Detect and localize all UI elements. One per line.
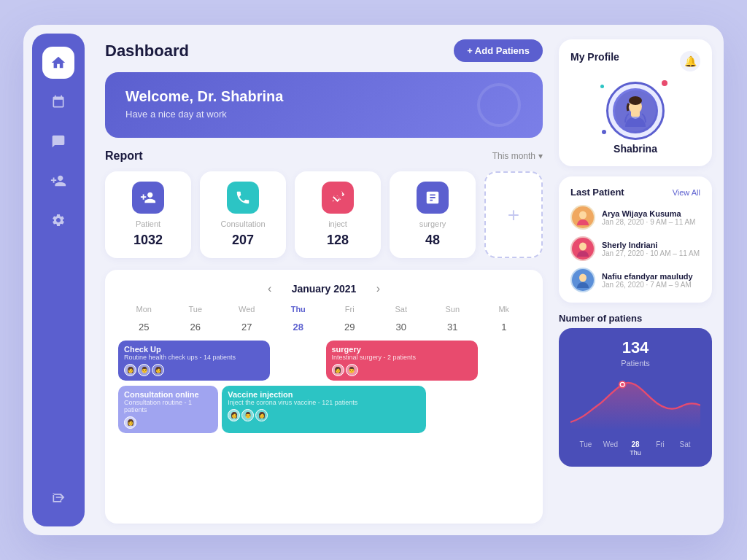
- svg-point-11: [621, 383, 624, 386]
- consultation-icon: [227, 182, 259, 214]
- event-checkup-avatar-1: 👩: [124, 364, 136, 376]
- view-all-button[interactable]: View All: [673, 188, 700, 197]
- profile-dot-blue: [602, 130, 606, 134]
- patient-name-1: Arya Wijaya Kusuma: [602, 209, 700, 218]
- chart-x-labels: Tue Wed 28Thu Fri Sat: [570, 440, 700, 456]
- page-title: Dashboard: [105, 42, 189, 61]
- event-consultation[interactable]: Consultation online Consultation routine…: [118, 386, 218, 433]
- chart-label-tue: Tue: [573, 440, 598, 456]
- inject-label: inject: [328, 219, 347, 228]
- app-container: Dashboard + Add Patiens Welcome, Dr. Sha…: [23, 25, 724, 535]
- patient-name-3: Nafiu efandyar mauludy: [602, 272, 700, 281]
- patient-label: Patient: [136, 219, 160, 228]
- profile-avatar: [613, 88, 658, 133]
- event-consultation-avatar-1: 👩: [124, 416, 136, 429]
- patient-time-1: Jan 28, 2020 · 9 AM – 11 AM: [602, 218, 700, 226]
- welcome-name: Dr. Shabrina: [198, 88, 284, 104]
- chart-label-sat: Sat: [673, 440, 697, 456]
- add-card-icon: +: [508, 203, 519, 227]
- event-vaccine-avatar-3: 👩: [255, 409, 268, 421]
- chart-big-label: Patients: [570, 359, 700, 368]
- sidebar-item-messages[interactable]: [42, 125, 74, 158]
- event-surgery-sub: Intestinal surgery - 2 patients: [332, 354, 472, 361]
- profile-dot-teal: [600, 85, 604, 88]
- event-checkup-avatar-2: 👨: [138, 364, 150, 376]
- svg-rect-2: [631, 111, 640, 117]
- main-content: Dashboard + Add Patiens Welcome, Dr. Sha…: [93, 25, 556, 535]
- banner-decoration: [477, 83, 521, 127]
- surgery-icon: [417, 182, 449, 214]
- day-wed: Wed: [221, 305, 273, 314]
- event-surgery[interactable]: surgery Intestinal surgery - 2 patients …: [326, 341, 478, 381]
- header: Dashboard + Add Patiens: [105, 39, 543, 62]
- welcome-subtitle: Have a nice day at work: [125, 109, 522, 120]
- add-report-card-button[interactable]: +: [484, 171, 543, 258]
- add-patient-button[interactable]: + Add Patiens: [454, 39, 543, 62]
- event-vaccine-sub: Inject the corona virus vaccine - 121 pa…: [228, 399, 420, 406]
- day-sat: Sat: [376, 305, 427, 314]
- date-27: 27: [221, 319, 273, 335]
- day-fri: Fri: [324, 305, 376, 314]
- report-cards: Patient 1032 Consultation 207 inject 128: [105, 171, 543, 258]
- event-checkup-avatar-3: 👩: [152, 364, 164, 376]
- svg-point-7: [579, 243, 587, 251]
- chart-section-wrapper: Number of patiens 134 Patients: [559, 313, 712, 467]
- report-card-patient: Patient 1032: [105, 171, 191, 258]
- chart-section: 134 Patients Tue Wed: [559, 328, 712, 467]
- event-checkup-title: Check Up: [124, 345, 264, 354]
- day-thu: Thu: [273, 305, 325, 314]
- event-surgery-title: surgery: [332, 345, 472, 354]
- profile-title: My Profile: [570, 51, 619, 71]
- bell-button[interactable]: 🔔: [680, 51, 700, 71]
- chart-label-thu: 28Thu: [623, 440, 648, 456]
- cal-spacer-1: [274, 341, 322, 381]
- date-29: 29: [324, 319, 376, 335]
- sidebar-item-calendar[interactable]: [42, 86, 74, 118]
- month-label: This month: [492, 151, 535, 161]
- profile-dot-red: [662, 80, 667, 86]
- calendar-prev-button[interactable]: ‹: [261, 280, 279, 298]
- inject-icon: [322, 182, 354, 214]
- day-sun: Sun: [427, 305, 479, 314]
- event-vaccine-avatar-2: 👨: [241, 409, 254, 421]
- report-card-surgery: surgery 48: [390, 171, 476, 258]
- event-consultation-title: Consultation online: [124, 390, 212, 399]
- report-card-consultation: Consultation 207: [200, 171, 286, 258]
- event-vaccine[interactable]: Vaccine injection Inject the corona viru…: [222, 386, 426, 433]
- profile-card: My Profile 🔔: [559, 39, 712, 166]
- day-tue: Tue: [170, 305, 222, 314]
- event-consultation-sub: Consultation routine - 1 patients: [124, 399, 212, 413]
- report-card-inject: inject 128: [295, 171, 381, 258]
- calendar-header: ‹ January 2021 ›: [118, 280, 530, 298]
- chart-svg: [570, 375, 700, 433]
- right-panel: My Profile 🔔: [556, 25, 724, 535]
- sidebar-item-home[interactable]: [42, 47, 74, 79]
- sidebar-item-add-user[interactable]: [42, 165, 74, 197]
- calendar-next-button[interactable]: ›: [369, 280, 387, 298]
- date-30: 30: [376, 319, 427, 335]
- chart-label-fri: Fri: [648, 440, 673, 456]
- last-patient-header: Last Patient View All: [570, 187, 700, 198]
- patient-avatar-1: [570, 205, 595, 230]
- inject-value: 128: [327, 233, 349, 248]
- patient-avatar-3: [570, 268, 595, 292]
- day-mk: Mk: [479, 305, 530, 314]
- chart-outer-title: Number of patiens: [559, 313, 712, 324]
- chart-label-wed: Wed: [598, 440, 623, 456]
- month-selector[interactable]: This month ▾: [492, 151, 543, 161]
- patient-item-2: Sherly Indriani Jan 27, 2020 · 10 AM – 1…: [570, 236, 700, 261]
- event-checkup[interactable]: Check Up Routine health check ups - 14 p…: [118, 341, 270, 381]
- date-26: 26: [170, 319, 222, 335]
- date-25: 25: [118, 319, 170, 335]
- patient-info-1: Arya Wijaya Kusuma Jan 28, 2020 · 9 AM –…: [602, 209, 700, 226]
- patient-item-3: Nafiu efandyar mauludy Jan 26, 2020 · 7 …: [570, 268, 700, 292]
- svg-point-5: [579, 211, 587, 219]
- profile-card-header: My Profile 🔔: [570, 51, 700, 71]
- logout-button[interactable]: [42, 481, 74, 513]
- calendar-day-names: Mon Tue Wed Thu Fri Sat Sun Mk: [118, 305, 530, 314]
- sidebar-item-settings[interactable]: [42, 204, 74, 236]
- profile-avatar-wrap: [606, 82, 665, 140]
- profile-name: Shabrina: [614, 143, 657, 155]
- report-section-header: Report This month ▾: [105, 149, 543, 163]
- patient-item-1: Arya Wijaya Kusuma Jan 28, 2020 · 9 AM –…: [570, 205, 700, 230]
